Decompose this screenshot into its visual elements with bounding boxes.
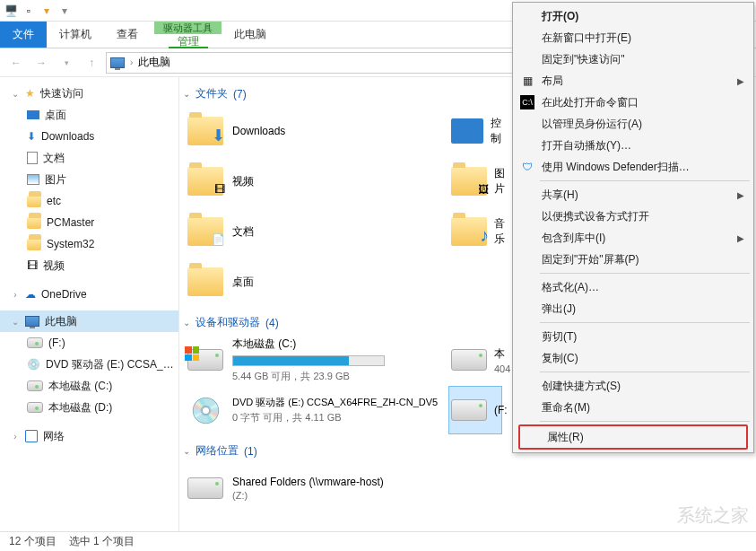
item-title: 本地磁盘 (C:) <box>232 337 440 352</box>
cm-label: 包含到库中(I) <box>542 231 605 246</box>
tree-thispc[interactable]: ⌄ 此电脑 <box>0 310 178 332</box>
group-label: 文件夹 <box>196 86 228 101</box>
ribbon-tab-computer[interactable]: 计算机 <box>47 22 104 48</box>
cm-create-shortcut[interactable]: 创建快捷方式(S) <box>515 375 752 397</box>
desktop-icon <box>27 110 39 119</box>
network-drive-icon <box>187 477 223 499</box>
cm-share[interactable]: 共享(H)▶ <box>515 184 752 206</box>
cm-label: 在此处打开命令窗口 <box>542 95 639 110</box>
folder-tile-pictures[interactable]: 🖼 图片 <box>448 157 502 206</box>
navigation-pane: ⌄ ★ 快速访问 桌面 ⬇Downloads 文档 图片 etc PCMaste… <box>0 77 179 531</box>
cm-open[interactable]: 打开(O) <box>515 5 752 27</box>
cm-copy[interactable]: 复制(C) <box>515 347 752 369</box>
tree-label: Downloads <box>41 130 94 143</box>
cm-run-as-admin[interactable]: 以管理员身份运行(A) <box>515 113 752 135</box>
cm-format[interactable]: 格式化(A)… <box>515 276 752 298</box>
cm-separator <box>540 322 750 323</box>
nav-up-button[interactable]: ↑ <box>81 52 102 74</box>
drive-tile-c[interactable]: 本地磁盘 (C:) 5.44 GB 可用，共 23.9 GB <box>183 336 443 384</box>
tree-dvd-drive[interactable]: 💿DVD 驱动器 (E:) CCSA_X64FR <box>0 354 178 375</box>
tree-item-pcmaster[interactable]: PCMaster <box>0 212 178 233</box>
cm-separator <box>540 372 750 372</box>
tree-item-system32[interactable]: System32 <box>0 233 178 255</box>
cm-include-library[interactable]: 包含到库中(I)▶ <box>515 227 752 249</box>
nav-forward-button[interactable]: → <box>30 52 52 74</box>
tree-drive-d[interactable]: 本地磁盘 (D:) <box>0 397 178 418</box>
tree-item-desktop[interactable]: 桌面 <box>0 104 178 126</box>
drive-icon <box>451 349 487 371</box>
star-icon: ★ <box>25 87 35 100</box>
chevron-right-icon: ▶ <box>737 190 744 200</box>
drive-tile-d-partial[interactable]: 本 404 <box>448 336 502 384</box>
tree-drive-c[interactable]: 本地磁盘 (C:) <box>0 375 178 397</box>
tree-item-etc[interactable]: etc <box>0 190 178 212</box>
ribbon-tab-view[interactable]: 查看 <box>104 22 151 48</box>
folder-tile-documents[interactable]: 📄 文档 <box>183 207 443 256</box>
qat-new-folder-icon[interactable]: ▾ <box>39 4 54 18</box>
ribbon-tab-file[interactable]: 文件 <box>0 22 47 48</box>
cm-layout[interactable]: ▦布局▶ <box>515 70 752 92</box>
folder-tile-videos[interactable]: 🎞 视频 <box>183 157 443 206</box>
drive-tile-dvd[interactable]: 💿 DVD 驱动器 (E:) CCSA_X64FRE_ZH-CN_DV5 0 字… <box>183 386 443 434</box>
cm-open-new-window[interactable]: 在新窗口中打开(E) <box>515 27 752 48</box>
tree-item-documents[interactable]: 文档 <box>0 147 178 169</box>
folder-icon: 📄 <box>187 217 223 246</box>
cm-autoplay[interactable]: 打开自动播放(Y)… <box>515 135 752 156</box>
chevron-right-icon: › <box>130 57 133 67</box>
folder-tile-desktop[interactable]: 桌面 <box>183 258 443 306</box>
cm-portable[interactable]: 以便携式设备方式打开 <box>515 206 752 227</box>
chevron-down-icon: ⌄ <box>183 89 190 99</box>
drive-usage-bar <box>232 355 385 366</box>
cm-pin-start[interactable]: 固定到"开始"屏幕(P) <box>515 249 752 270</box>
network-tile-shared[interactable]: Shared Folders (\\vmware-host) (Z:) <box>183 464 443 512</box>
cm-defender-scan[interactable]: 🛡使用 Windows Defender扫描… <box>515 156 752 178</box>
nav-recent-dropdown[interactable]: ▾ <box>56 52 77 74</box>
group-count: (4) <box>265 317 279 329</box>
ribbon-tab-thispc[interactable]: 此电脑 <box>222 22 279 48</box>
cm-properties-highlight: 属性(R) <box>518 424 748 450</box>
cm-label: 共享(H) <box>542 188 578 203</box>
cm-label: 使用 Windows Defender扫描… <box>542 160 690 175</box>
onedrive-icon: ☁ <box>25 288 36 301</box>
cm-pin-quick-access[interactable]: 固定到"快速访问" <box>515 48 752 70</box>
tree-network[interactable]: › 网络 <box>0 425 178 447</box>
cm-open-cmd[interactable]: C:\在此处打开命令窗口 <box>515 92 752 113</box>
qat-properties-icon[interactable]: ▫ <box>22 4 36 18</box>
nav-back-button[interactable]: ← <box>5 52 27 74</box>
network-icon <box>25 430 38 442</box>
tree-item-videos[interactable]: 🎞视频 <box>0 255 178 276</box>
tree-drive-f[interactable]: (F:) <box>0 332 178 354</box>
qat-app-icon[interactable]: 🖥️ <box>4 4 18 18</box>
status-selected-count: 选中 1 个项目 <box>69 534 135 549</box>
item-sub: 404 <box>494 363 510 374</box>
cm-separator <box>540 273 750 274</box>
cm-rename[interactable]: 重命名(M) <box>515 397 752 418</box>
ribbon-tab-manage[interactable]: 管理 <box>169 34 208 48</box>
group-count: (7) <box>233 88 247 101</box>
qat-overflow-icon[interactable]: ▾ <box>57 4 72 18</box>
folder-icon: ⬇ <box>187 117 223 145</box>
chevron-right-icon: › <box>11 432 20 442</box>
cm-eject[interactable]: 弹出(J) <box>515 298 752 319</box>
cm-cut[interactable]: 剪切(T) <box>515 326 752 347</box>
item-sub: 0 字节 可用，共 4.11 GB <box>232 411 440 424</box>
dvd-icon: 💿 <box>27 358 40 371</box>
tree-onedrive[interactable]: › ☁ OneDrive <box>0 284 178 305</box>
drive-tile-f[interactable]: (F: <box>448 386 502 434</box>
tree-item-downloads[interactable]: ⬇Downloads <box>0 126 178 147</box>
cm-label: 格式化(A)… <box>542 280 599 295</box>
item-title: 控制 <box>491 116 501 146</box>
folder-tile-music[interactable]: ♪ 音乐 <box>448 207 502 256</box>
item-sub: 5.44 GB 可用，共 23.9 GB <box>232 370 440 383</box>
chevron-right-icon: › <box>11 290 20 300</box>
folder-tile-control[interactable]: 控制 <box>448 107 502 155</box>
folder-tile-downloads[interactable]: ⬇ Downloads <box>183 107 443 155</box>
tree-item-pictures[interactable]: 图片 <box>0 169 178 190</box>
tree-label: System32 <box>47 238 94 250</box>
item-title: 本 <box>494 346 510 362</box>
tree-quick-access[interactable]: ⌄ ★ 快速访问 <box>0 83 178 104</box>
cm-properties[interactable]: 属性(R) <box>520 426 746 448</box>
item-title: Downloads <box>232 125 440 137</box>
cm-label: 在新窗口中打开(E) <box>542 31 631 46</box>
document-icon <box>27 152 38 164</box>
